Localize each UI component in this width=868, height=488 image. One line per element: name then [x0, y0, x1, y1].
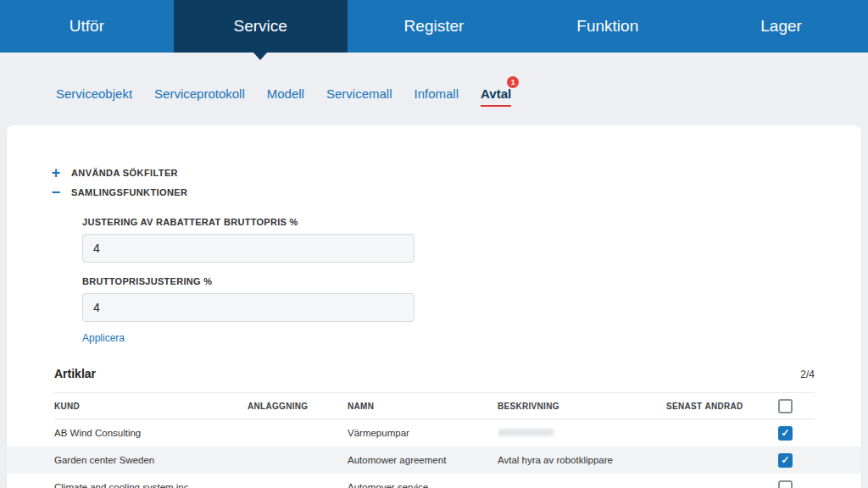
nav-item-funktion[interactable]: Funktion	[520, 0, 694, 53]
table-row: AB Wind ConsultingVärmepumpar	[7, 419, 861, 446]
nav-item-register[interactable]: Register	[348, 0, 521, 53]
subnav: Serviceobjekt Serviceprotokoll Modell Se…	[56, 86, 868, 101]
table-body: AB Wind ConsultingVärmepumparGarden cent…	[7, 419, 861, 488]
nav-label: Register	[404, 17, 465, 36]
tab-serviceprotokoll[interactable]: Serviceprotokoll	[154, 86, 245, 101]
rabatterat-bruttopris-input[interactable]	[82, 234, 415, 263]
bruttoprisjustering-input[interactable]	[82, 293, 415, 322]
col-kund: KUND	[54, 402, 248, 411]
top-nav: Utför Service Register Funktion Lager	[0, 0, 868, 53]
blurred-text	[498, 429, 554, 436]
toggle-collection-functions[interactable]: − SAMLINGSFUNKTIONER	[49, 182, 861, 202]
adjustment-fields: JUSTERING AV RABATTERAT BRUTTOPRIS % BRU…	[82, 217, 861, 345]
tab-servicemall[interactable]: Servicemall	[326, 86, 392, 101]
tab-modell[interactable]: Modell	[267, 86, 304, 101]
col-beskrivning: BESKRIVNING	[498, 402, 666, 411]
articles-count: 2/4	[800, 369, 815, 380]
row-checkbox-cell	[778, 426, 793, 441]
subnav-area: Serviceobjekt Serviceprotokoll Modell Se…	[0, 53, 868, 125]
toggle-search-filters[interactable]: + ANVÄNDA SÖKFILTER	[49, 163, 861, 182]
header-checkbox-cell	[778, 399, 793, 413]
cell-beskrivning: Avtal hyra av robotklippare	[498, 455, 666, 465]
notification-badge: 1	[507, 76, 519, 88]
row-checkbox[interactable]	[778, 453, 793, 468]
tab-avtal-label: Avtal	[481, 86, 511, 101]
articles-title: Artiklar	[54, 367, 96, 380]
page: { "topnav": { "items": [ { "label": "Utf…	[0, 0, 868, 488]
tab-avtal[interactable]: Avtal 1	[481, 86, 511, 101]
nav-label: Utför	[70, 17, 104, 36]
plus-icon: +	[49, 165, 63, 180]
filters-block: + ANVÄNDA SÖKFILTER − SAMLINGSFUNKTIONER…	[7, 125, 861, 345]
toggle-search-filters-label: ANVÄNDA SÖKFILTER	[71, 168, 178, 178]
select-all-checkbox[interactable]	[778, 399, 793, 413]
row-checkbox[interactable]	[778, 480, 793, 488]
cell-namn: Värmepumpar	[348, 428, 498, 438]
col-anlaggning: ANLÄGGNING	[248, 402, 348, 411]
cell-kund: Climate and cooling system inc	[54, 482, 248, 488]
cell-beskrivning	[498, 428, 666, 438]
nav-item-utfor[interactable]: Utför	[0, 0, 174, 53]
apply-link[interactable]: Applicera	[82, 332, 125, 344]
tab-serviceobjekt[interactable]: Serviceobjekt	[56, 86, 132, 101]
minus-icon: −	[49, 185, 63, 200]
row-checkbox-cell	[778, 453, 793, 468]
nav-item-lager[interactable]: Lager	[694, 0, 868, 53]
field-rabatterat-bruttopris: JUSTERING AV RABATTERAT BRUTTOPRIS %	[82, 217, 861, 263]
row-checkbox[interactable]	[778, 426, 793, 441]
tab-infomall[interactable]: Infomall	[414, 86, 459, 101]
cell-namn: Automover service	[348, 482, 498, 488]
nav-item-service[interactable]: Service	[174, 0, 348, 53]
field-label: BRUTTOPRISJUSTERING %	[82, 276, 861, 286]
content-card: + ANVÄNDA SÖKFILTER − SAMLINGSFUNKTIONER…	[7, 125, 861, 488]
articles-header: Artiklar 2/4	[54, 367, 815, 380]
cell-kund: Garden center Sweden	[54, 455, 248, 465]
col-namn: NAMN	[348, 402, 498, 411]
field-label: JUSTERING AV RABATTERAT BRUTTOPRIS %	[82, 217, 861, 227]
table-row: Garden center SwedenAutomower agreementA…	[7, 446, 861, 474]
cell-kund: AB Wind Consulting	[54, 428, 248, 438]
table-header-row: KUND ANLÄGGNING NAMN BESKRIVNING SENAST …	[54, 392, 815, 419]
field-bruttoprisjustering: BRUTTOPRISJUSTERING %	[82, 276, 861, 322]
cell-namn: Automower agreement	[348, 455, 498, 465]
nav-label: Service	[234, 17, 287, 36]
table-row: Climate and cooling system incAutomover …	[7, 474, 861, 488]
col-senast-andrad: SENAST ÄNDRAD	[666, 402, 778, 411]
row-checkbox-cell	[778, 480, 793, 488]
nav-label: Funktion	[576, 17, 638, 36]
toggle-collection-functions-label: SAMLINGSFUNKTIONER	[71, 187, 187, 197]
nav-label: Lager	[760, 17, 802, 36]
